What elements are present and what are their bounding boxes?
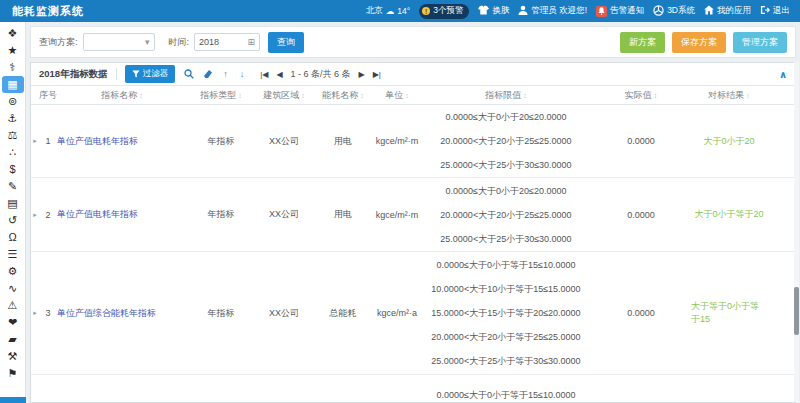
user-menu[interactable]: 管理员 欢迎您!	[518, 5, 587, 17]
scheme-actions: 新方案 保存方案 管理方案	[620, 32, 787, 53]
table-row[interactable]: ▸ 3 单位产值综合能耗年指标 年指标 XX公司 总能耗 kgce/m²·a 0…	[31, 252, 795, 375]
prev-page-icon[interactable]: ◀	[276, 70, 282, 79]
new-scheme-button[interactable]: 新方案	[620, 32, 665, 53]
sidebar-item-shield[interactable]: ❖	[2, 25, 24, 42]
pager-text: 1 - 6 条/共 6 条	[291, 68, 351, 81]
last-page-icon[interactable]: ▶|	[373, 70, 381, 79]
alarm-bell-icon	[596, 6, 607, 17]
save-scheme-button[interactable]: 保存方案	[672, 32, 726, 53]
sidebar-item-document[interactable]: ▤	[2, 195, 24, 212]
indicator-name-link[interactable]: 单位产值电耗年指标	[57, 105, 187, 177]
limit-line: 25.0000<大于25小于等于30≤30.0000	[431, 349, 580, 373]
header-result[interactable]: 对标结果↕	[691, 89, 767, 102]
sidebar-item-heart[interactable]: ❤	[2, 314, 24, 331]
row-seq	[39, 375, 57, 403]
move-up-icon[interactable]: ↑	[223, 69, 230, 79]
row-energy: 用电	[313, 178, 373, 251]
row-area	[255, 375, 313, 403]
header-name[interactable]: 指标名称↕	[57, 89, 187, 102]
row-expand-icon[interactable]: ▸	[31, 178, 39, 251]
sidebar-item-tag[interactable]: ⚑	[2, 365, 24, 382]
logout-label: 退出	[773, 5, 790, 17]
scheme-label: 查询方案:	[39, 36, 78, 49]
sidebar-item-stethoscope[interactable]: ⚕	[2, 59, 24, 76]
indicator-name-link[interactable]: 单位产值电耗年指标	[57, 178, 187, 251]
my-apps-button[interactable]: 我的应用	[704, 5, 751, 17]
row-expand-icon[interactable]	[31, 375, 39, 403]
time-label: 时间:	[169, 36, 190, 49]
row-seq: 1	[39, 105, 57, 177]
sidebar-item-bell[interactable]: Ω	[2, 229, 24, 246]
header-actual[interactable]: 实际值↕	[591, 89, 691, 102]
sidebar-item-money[interactable]: $	[2, 161, 24, 178]
header-limits[interactable]: 指标限值↕	[421, 89, 591, 102]
table-row[interactable]: ▸ 2 单位产值电耗年指标 年指标 XX公司 用电 kgce/m²·m 0.00…	[31, 178, 795, 252]
skin-button[interactable]: 换肤	[478, 5, 509, 17]
logout-button[interactable]: 退出	[760, 5, 790, 17]
table-row[interactable]: 0.0000≤大于0小于等于15≤10.0000	[31, 375, 795, 403]
skin-label: 换肤	[492, 5, 509, 17]
sidebar-item-history[interactable]: ↺	[2, 212, 24, 229]
system-3d-button[interactable]: 3D系统	[653, 5, 695, 18]
row-actual: 0.0000	[591, 178, 691, 251]
search-icon[interactable]	[184, 69, 194, 79]
sidebar-item-wrench[interactable]: ⚒	[2, 348, 24, 365]
filter-button[interactable]: 过滤器	[125, 65, 176, 83]
building-icon: ▦	[7, 79, 17, 90]
limit-line: 0.0000≤大于0小于20≤20.0000	[446, 105, 567, 129]
temperature-label: 14°	[397, 6, 410, 16]
first-page-icon[interactable]: |◀	[260, 70, 268, 79]
manage-scheme-button[interactable]: 管理方案	[733, 32, 787, 53]
sidebar-item-edit[interactable]: ✎	[2, 178, 24, 195]
header-unit[interactable]: 单位↕	[373, 89, 421, 102]
header-type[interactable]: 指标类型↕	[187, 89, 255, 102]
limit-line: 25.0000<大于25小于30≤30.0000	[440, 227, 571, 251]
app-title: 能耗监测系统	[12, 4, 84, 19]
sidebar-item-coins[interactable]: ⊚	[2, 93, 24, 110]
move-down-icon[interactable]: ↓	[240, 69, 247, 79]
sort-icon: ↕	[301, 92, 305, 99]
indicator-name-link[interactable]: 单位产值综合能耗年指标	[57, 252, 187, 374]
warning-icon: !	[422, 7, 430, 15]
limit-line: 20.0000<大于20小于25≤25.0000	[440, 129, 571, 153]
sidebar-item-sitemap[interactable]: ∴	[2, 144, 24, 161]
row-expand-icon[interactable]: ▸	[31, 105, 39, 177]
scheme-select[interactable]: ▾	[83, 33, 155, 51]
cloud-icon: ☁	[386, 6, 395, 16]
alarm-notice-button[interactable]: 告警通知	[596, 5, 644, 17]
indicator-name-link[interactable]	[57, 375, 187, 403]
table-row[interactable]: ▸ 1 单位产值电耗年指标 年指标 XX公司 用电 kgce/m²·m 0.00…	[31, 105, 795, 178]
sidebar-item-menu[interactable]: ☰	[2, 246, 24, 263]
limit-line: 0.0000≤大于0小于等于15≤10.0000	[437, 383, 576, 403]
sidebar-item-file[interactable]: ▰	[2, 331, 24, 348]
header-unit-label: 单位	[385, 89, 403, 102]
sidebar-item-building-active[interactable]: ▦	[2, 76, 24, 93]
collapse-panel-icon[interactable]: ∧	[779, 69, 787, 80]
header-energy[interactable]: 能耗名称↕	[313, 89, 373, 102]
alerts-pill[interactable]: ! 3个预警	[419, 4, 469, 19]
file-icon: ▰	[8, 334, 16, 345]
weather-widget: 北京 ☁ 14°	[366, 5, 410, 17]
sidebar-item-alarm[interactable]: ⚠	[2, 297, 24, 314]
shield-icon: ❖	[8, 28, 18, 39]
header-seq: 序号	[39, 89, 57, 102]
next-page-icon[interactable]: ▶	[359, 70, 365, 79]
history-icon: ↺	[8, 215, 17, 226]
sidebar-item-gear[interactable]: ⚙	[2, 263, 24, 280]
sort-icon: ↕	[654, 92, 658, 99]
limit-line: 20.0000<大于20小于等于25≤25.0000	[431, 325, 580, 349]
sidebar-item-anchor[interactable]: ⚓	[2, 110, 24, 127]
vertical-scrollbar[interactable]	[794, 62, 799, 402]
sidebar-nav: ❖ ★ ⚕ ▦ ⊚ ⚓ ⚖ ∴ $ ✎ ▤ ↺ Ω ☰ ⚙ ∿ ⚠ ❤ ▰ ⚒ …	[0, 22, 26, 403]
time-input[interactable]: 2018 ⊞	[194, 33, 260, 51]
row-expand-icon[interactable]: ▸	[31, 252, 39, 374]
sidebar-item-chart[interactable]: ∿	[2, 280, 24, 297]
sidebar-item-star[interactable]: ★	[2, 42, 24, 59]
scrollbar-thumb[interactable]	[794, 287, 799, 335]
sidebar-item-scales[interactable]: ⚖	[2, 127, 24, 144]
header-area[interactable]: 建筑区域↕	[255, 89, 313, 102]
limit-line: 10.0000<大于10小于等于15≤15.0000	[431, 277, 580, 301]
search-button[interactable]: 查询	[268, 32, 304, 53]
sort-icon: ↕	[405, 92, 409, 99]
clear-filter-icon[interactable]	[203, 69, 213, 79]
